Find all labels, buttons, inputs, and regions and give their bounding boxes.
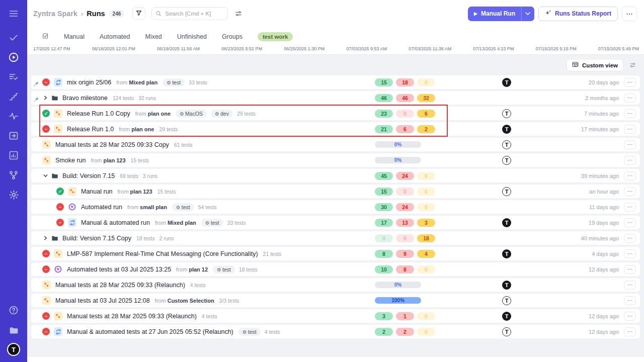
run-title[interactable]: Manual tests at 28 Mar 2025 09:33 (Relau…	[67, 313, 197, 320]
chevron-right-icon[interactable]	[42, 236, 48, 240]
tab-manual[interactable]: Manual	[64, 33, 85, 40]
run-row[interactable]: −Release Run 1.0from plan one29 tests216…	[31, 122, 640, 136]
run-row[interactable]: ◐Manual tests at 28 Mar 2025 09:33 (Rela…	[31, 278, 640, 292]
tab-mixed[interactable]: Mixed	[145, 33, 162, 40]
row-more-button[interactable]: ⋯	[624, 171, 636, 180]
tag-pill[interactable]: ⚙dev	[211, 110, 233, 118]
row-more-button[interactable]: ⋯	[624, 265, 636, 274]
assignee-avatar[interactable]: T	[502, 109, 511, 118]
activity-icon[interactable]	[7, 110, 20, 123]
tag-pill[interactable]: ⚙test	[163, 78, 185, 86]
run-row[interactable]: −Automated tests at 03 Jul 2025 13:25fro…	[31, 262, 640, 276]
tab-automated[interactable]: Automated	[100, 33, 130, 40]
plan-name[interactable]: plan 123	[130, 189, 152, 195]
plan-name[interactable]: Mixed plan	[168, 220, 196, 226]
row-more-button[interactable]: ⋯	[624, 187, 636, 196]
header-more-button[interactable]: ⋯	[622, 7, 637, 21]
assignee-avatar[interactable]: T	[502, 187, 511, 196]
run-title[interactable]: Automated run	[81, 204, 122, 211]
row-more-button[interactable]: ⋯	[624, 94, 636, 103]
projects-icon[interactable]	[7, 323, 20, 336]
row-more-button[interactable]: ⋯	[624, 78, 636, 87]
run-title[interactable]: Manual & automated run	[81, 219, 150, 226]
run-title[interactable]: Manual tests at 28 Mar 2025 09:33 (Relau…	[55, 282, 185, 289]
assignee-avatar[interactable]: T	[502, 140, 511, 149]
run-row[interactable]: ◐Manual tests at 03 Jul 2025 12:08from C…	[31, 294, 640, 307]
assignee-avatar[interactable]: T	[502, 78, 511, 87]
row-more-button[interactable]: ⋯	[624, 125, 636, 134]
from-plan[interactable]: from plan one	[135, 111, 171, 117]
from-plan[interactable]: from plan 123	[91, 157, 125, 163]
assignee-avatar[interactable]: T	[502, 218, 511, 227]
view-settings-icon[interactable]	[629, 62, 636, 68]
tag-pill[interactable]: ⚙test	[213, 265, 235, 274]
run-row[interactable]: −mix origin 25/06from Mixed plan⚙test33 …	[31, 75, 640, 89]
assignee-avatar[interactable]: T	[502, 296, 511, 305]
folder-row[interactable]: Build: Version 7.15 Copy18 tests 2 runs0…	[31, 231, 640, 245]
plan-name[interactable]: plan 123	[104, 157, 126, 163]
assignee-avatar[interactable]: T	[502, 327, 511, 336]
search-input[interactable]	[151, 7, 228, 20]
results-icon[interactable]	[7, 70, 20, 83]
assignee-avatar[interactable]: T	[502, 156, 511, 165]
from-plan[interactable]: from plan 123	[118, 189, 152, 195]
run-title[interactable]: Manual tests at 03 Jul 2025 12:08	[55, 297, 150, 304]
row-more-button[interactable]: ⋯	[624, 140, 636, 149]
from-plan[interactable]: from Mixed plan	[155, 220, 196, 226]
run-row[interactable]: ✓Release Run 1.0 Copyfrom plan one⚙MacOS…	[31, 107, 640, 120]
manual-run-dropdown-button[interactable]	[521, 7, 534, 21]
assignee-avatar[interactable]: T	[502, 281, 511, 290]
tab-groups[interactable]: Groups	[222, 33, 243, 40]
help-icon[interactable]	[7, 304, 20, 317]
from-plan[interactable]: from small plan	[127, 204, 167, 210]
plan-name[interactable]: plan 12	[189, 266, 208, 273]
assignee-avatar[interactable]: T	[502, 125, 511, 134]
runs-status-report-button[interactable]: Runs Status Report	[538, 7, 618, 21]
menu-icon[interactable]	[7, 7, 20, 20]
from-plan[interactable]: from Mixed plan	[116, 79, 157, 85]
run-title[interactable]: Manual run	[81, 188, 113, 195]
run-row[interactable]: ◐Manual tests at 28 Mar 2025 09:33 Copy6…	[31, 138, 640, 151]
run-title[interactable]: Automated tests at 03 Jul 2025 13:25	[67, 266, 171, 273]
import-icon[interactable]	[7, 129, 20, 142]
plan-name[interactable]: plan one	[148, 111, 171, 117]
row-more-button[interactable]: ⋯	[624, 234, 636, 243]
run-row[interactable]: −Manual tests at 28 Mar 2025 09:33 (Rela…	[31, 309, 640, 323]
tag-pill[interactable]: ⚙test	[201, 219, 223, 227]
run-row[interactable]: −Manual & automated tests at 27 Jun 2025…	[31, 325, 640, 338]
manual-run-button[interactable]: ▶ Manual Run	[468, 7, 521, 21]
steps-icon[interactable]	[7, 90, 20, 103]
run-title[interactable]: Manual & automated tests at 27 Jun 2025 …	[67, 328, 233, 335]
run-title[interactable]: Build: Version 7.15 Copy	[62, 235, 131, 242]
chevron-right-icon[interactable]	[42, 96, 48, 100]
row-more-button[interactable]: ⋯	[624, 327, 636, 336]
row-more-button[interactable]: ⋯	[624, 312, 636, 321]
chevron-down-icon[interactable]	[42, 173, 48, 178]
user-avatar[interactable]: T	[7, 343, 20, 356]
tag-pill[interactable]: ⚙test	[172, 203, 194, 211]
assignee-avatar[interactable]: T	[502, 312, 511, 321]
plan-name[interactable]: small plan	[140, 204, 167, 210]
run-title[interactable]: mix origin 25/06	[67, 79, 111, 86]
tag-pill[interactable]: ⚙test	[238, 328, 261, 336]
search-settings-icon[interactable]	[235, 10, 242, 17]
from-plan[interactable]: from Custom Selection	[155, 298, 214, 304]
assignee-avatar[interactable]: T	[502, 249, 511, 258]
tab-unfinished[interactable]: Unfinished	[177, 33, 207, 40]
plan-name[interactable]: plan one	[131, 126, 154, 132]
run-title[interactable]: Manual tests at 28 Mar 2025 09:33 Copy	[55, 141, 169, 148]
active-filter-pill[interactable]: test work	[258, 32, 293, 41]
run-row[interactable]: ◐Smoke runfrom plan 12315 tests0%T⋯	[31, 153, 640, 167]
run-row[interactable]: −Automated runfrom small plan⚙test54 tes…	[31, 200, 640, 214]
settings-icon[interactable]	[7, 188, 20, 201]
run-title[interactable]: Bravo milestone	[62, 95, 108, 102]
from-plan[interactable]: from plan one	[119, 126, 154, 132]
tag-pill[interactable]: ⚙MacOS	[176, 110, 207, 118]
from-plan[interactable]: from plan 12	[176, 266, 208, 273]
row-more-button[interactable]: ⋯	[624, 296, 636, 305]
plan-name[interactable]: Custom Selection	[168, 298, 214, 304]
folder-row[interactable]: Build: Version 7.1569 tests 3 runs452403…	[31, 169, 640, 183]
row-more-button[interactable]: ⋯	[624, 281, 636, 290]
run-row[interactable]: −Manual & automated runfrom Mixed plan⚙t…	[31, 216, 640, 229]
row-more-button[interactable]: ⋯	[624, 203, 636, 212]
